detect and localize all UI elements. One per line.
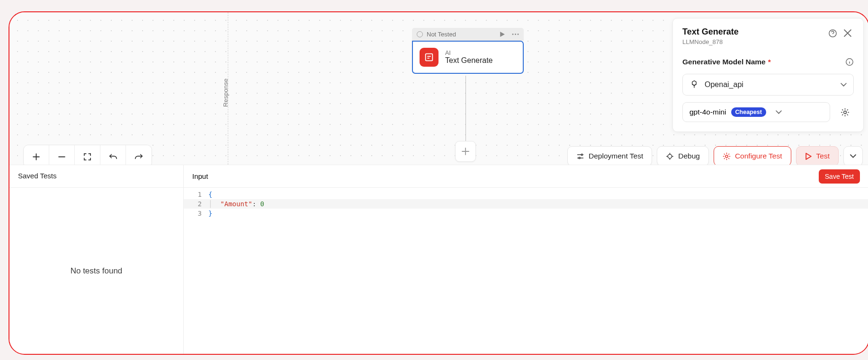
model-label: gpt-4o-mini [689,108,726,116]
debug-icon [666,152,674,160]
svg-rect-3 [426,54,433,61]
svg-point-6 [668,154,672,158]
fit-view-button[interactable] [75,145,100,167]
provider-select[interactable]: Openai_api [682,74,854,96]
canvas-node[interactable]: Not Tested AI Text Gener [412,28,524,74]
model-settings-button[interactable] [836,103,854,121]
zoom-in-button[interactable] [24,145,49,167]
svg-point-10 [843,111,846,114]
required-marker: * [768,58,771,66]
openai-icon [689,80,699,89]
chevron-down-icon [850,153,856,159]
response-divider-label: Response [222,79,229,107]
info-icon[interactable] [845,58,854,66]
saved-tests-panel: Saved Tests No tests found [9,165,184,354]
node-config-panel: Text Generate LLMNode_878 Generative Mod… [672,18,864,132]
add-node-button[interactable] [455,141,476,162]
code-line: 3 } [184,209,868,218]
input-header-label: Input [192,172,208,180]
saved-tests-empty: No tests found [9,188,183,354]
provider-label: Openai_api [705,80,743,89]
svg-point-2 [518,34,519,35]
node-category: AI [445,50,493,56]
panel-title: Text Generate [682,27,739,37]
help-icon[interactable] [826,27,839,39]
svg-point-0 [512,34,514,35]
more-icon[interactable] [512,31,519,37]
code-editor[interactable]: 1 { 2 │ "Amount": 0 3 } [184,188,868,220]
configure-test-label: Configure Test [735,152,782,160]
line-number: 3 [184,209,208,218]
node-title: Text Generate [445,56,493,65]
panel-subtitle: LLMNode_878 [682,38,739,45]
gear-icon [841,108,850,117]
sliders-icon [576,152,584,160]
node-connector [465,76,466,148]
undo-button[interactable] [100,145,126,167]
svg-point-5 [579,157,580,158]
gear-icon [723,152,731,160]
play-icon [805,153,812,160]
svg-point-7 [725,155,728,157]
svg-point-4 [581,154,582,155]
save-test-button[interactable]: Save Test [819,169,860,184]
test-panel: Saved Tests No tests found Input Save Te… [9,165,868,354]
saved-tests-header: Saved Tests [9,165,183,188]
deployment-test-label: Deployment Test [589,152,643,160]
cheapest-badge: Cheapest [731,107,766,117]
configure-test-button[interactable]: Configure Test [714,146,791,166]
node-body[interactable]: AI Text Generate [412,41,524,74]
node-status-label: Not Tested [427,31,456,38]
deployment-test-button[interactable]: Deployment Test [567,146,652,166]
test-action-bar: Deployment Test Debug Configure Test Tes… [567,145,863,167]
test-label: Test [816,152,830,160]
debug-label: Debug [678,152,700,160]
code-line: 2 │ "Amount": 0 [184,199,868,209]
model-select[interactable]: gpt-4o-mini Cheapest [682,102,830,122]
input-panel: Input Save Test 1 { 2 │ "Amount": 0 3 } [184,165,868,354]
line-number: 2 [184,199,208,209]
svg-point-1 [515,34,516,35]
model-section-label: Generative Model Name [682,58,766,66]
zoom-out-button[interactable] [49,145,75,167]
play-icon[interactable] [499,31,505,37]
code-line: 1 { [184,190,868,199]
chevron-down-icon [776,109,782,115]
chevron-down-icon [841,82,847,88]
redo-button[interactable] [126,145,152,167]
line-number: 1 [184,190,208,199]
app-frame: Response Not Tested [9,11,868,355]
not-tested-icon [417,31,423,37]
canvas-toolbar [23,145,152,167]
debug-button[interactable]: Debug [657,146,709,166]
test-button[interactable]: Test [796,146,839,166]
text-generate-icon [420,48,438,67]
node-status-bar: Not Tested [412,28,524,41]
test-dropdown-button[interactable] [843,146,863,166]
save-test-label: Save Test [825,173,854,180]
close-icon[interactable] [841,27,854,39]
